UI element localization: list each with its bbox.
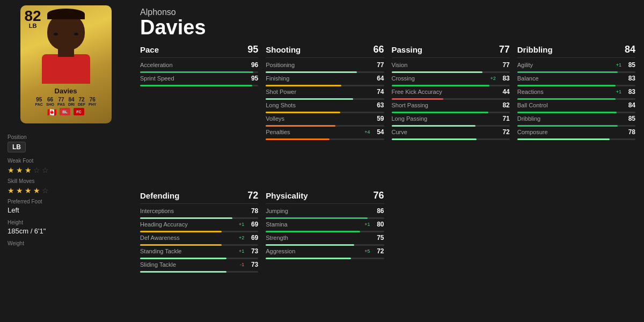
category-pace: Pace95Acceleration96Sprint Speed95: [140, 44, 258, 182]
stat-modifier: -1: [235, 262, 244, 267]
category-value: 77: [499, 44, 510, 55]
category-value: 76: [373, 190, 384, 201]
stat-bar: [266, 112, 340, 113]
stat-bar-container: [266, 231, 384, 232]
category-header-1: Shooting66: [266, 44, 384, 58]
star-4: [33, 165, 41, 173]
stat-label: Acceleration: [140, 62, 232, 68]
stat-label: Short Passing: [392, 102, 484, 108]
player-info-panel: Position LB Weak Foot Skill Moves: [5, 130, 126, 256]
stat-label: Strength: [266, 235, 358, 241]
club-badge-icon: FC: [74, 108, 84, 115]
stat-value: 83: [498, 75, 510, 82]
stat-value: 78: [624, 128, 635, 136]
stat-row: Long Passing71: [392, 115, 510, 128]
stat-value: 69: [246, 221, 258, 228]
stat-name-row-1: Heading Accuracy+169: [140, 221, 258, 228]
stat-row: Penalties+454: [266, 128, 384, 142]
stat-bar: [517, 85, 616, 86]
stat-bar-container: [392, 125, 510, 127]
info-preferred-foot: Preferred Foot Left: [8, 199, 124, 214]
stat-name-row-3: Standing Tackle+173: [140, 247, 258, 255]
stat-bar-container: [266, 125, 384, 127]
stat-name-row-0: Interceptions78: [140, 207, 258, 215]
category-header-5: Physicality76: [266, 190, 384, 204]
star-1: [8, 165, 15, 173]
stat-bar: [517, 71, 618, 73]
stat-row: Def Awareness+269: [140, 234, 258, 247]
stat-bar: [392, 138, 477, 140]
stat-bar: [392, 85, 490, 86]
stat-label: Dribbling: [517, 115, 610, 122]
stat-value: 71: [498, 115, 510, 122]
skill-star-1: [8, 186, 15, 193]
stat-modifier: +5: [361, 248, 370, 254]
card-position: LB: [29, 23, 37, 29]
category-name: Pace: [140, 45, 159, 54]
stat-bar-container: [140, 244, 258, 246]
right-content: Alphonso Davies Pace95Acceleration96Spri…: [131, 0, 644, 322]
stat-row: Volleys59: [266, 115, 384, 128]
stat-bar: [392, 112, 489, 113]
stat-bar: [266, 258, 351, 259]
stat-row: Shot Power74: [266, 88, 384, 101]
stat-label: Reactions: [517, 89, 610, 95]
stat-bar-container: [266, 98, 384, 100]
stat-label: Positioning: [266, 62, 358, 68]
stat-row: Sprint Speed95: [140, 75, 258, 88]
stat-bar-container: [140, 231, 258, 232]
stat-bar-container: [140, 271, 258, 273]
skill-star-5: [42, 186, 49, 193]
stat-name-row-4: Long Passing71: [392, 115, 510, 122]
category-value: 84: [625, 44, 635, 55]
stat-name-row-2: Strength75: [266, 234, 384, 241]
star-2: [16, 165, 24, 173]
stat-label: Long Shots: [266, 102, 358, 108]
skill-moves-label: Skill Moves: [8, 178, 124, 184]
stat-label: Interceptions: [140, 208, 232, 214]
stat-bar: [266, 217, 367, 219]
stat-value: 73: [246, 247, 258, 255]
stat-modifier: +1: [612, 62, 621, 68]
category-name: Shooting: [266, 45, 301, 54]
stat-name-row-5: Curve72: [392, 128, 510, 136]
stat-bar-container: [266, 244, 384, 246]
stat-bar: [140, 85, 252, 86]
stat-row: Positioning77: [266, 61, 384, 75]
stat-name-row-3: Ball Control84: [517, 101, 635, 109]
stat-value: 72: [372, 247, 384, 255]
card-stat-def: 72 DEF: [78, 97, 85, 106]
stat-name-row-5: Penalties+454: [266, 128, 384, 136]
stat-row: Aggression+572: [266, 247, 384, 261]
stat-label: Sprint Speed: [140, 75, 232, 82]
stat-bar-container: [392, 138, 510, 140]
stat-value: 74: [372, 88, 384, 96]
category-shooting: Shooting66Positioning77Finishing64Shot P…: [266, 44, 384, 182]
stat-label: Composure: [517, 129, 610, 135]
skill-moves-stars: [8, 186, 124, 193]
stat-bar-container: [517, 98, 635, 100]
stat-row: Sliding Tackle-173: [140, 261, 258, 274]
info-skill-moves: Skill Moves: [8, 178, 124, 193]
card-stat-sho: 66 SHO: [46, 97, 54, 106]
stat-name-row-4: Volleys59: [266, 115, 384, 122]
stat-name-row-0: Positioning77: [266, 61, 384, 69]
stat-bar: [266, 85, 341, 86]
stat-row: Free Kick Accuracy44: [392, 88, 510, 101]
stat-bar-container: [266, 258, 384, 259]
stat-bar-container: [392, 85, 510, 86]
stat-name-row-1: Crossing+283: [392, 75, 510, 82]
player-last-name: Davies: [140, 17, 635, 38]
stat-name-row-0: Agility+185: [517, 61, 635, 69]
stat-name-row-3: Aggression+572: [266, 247, 384, 255]
stat-label: Def Awareness: [140, 235, 232, 241]
stat-label: Aggression: [266, 248, 358, 254]
stat-name-row-1: Balance83: [517, 75, 635, 82]
stat-bar: [266, 244, 354, 246]
stat-name-row-2: Free Kick Accuracy44: [392, 88, 510, 96]
stat-label: Balance: [517, 75, 610, 82]
category-name: Defending: [140, 191, 179, 200]
preferred-foot-value: Left: [8, 206, 124, 214]
stat-bar: [140, 217, 232, 219]
league-badge-icon: BL: [60, 108, 70, 115]
